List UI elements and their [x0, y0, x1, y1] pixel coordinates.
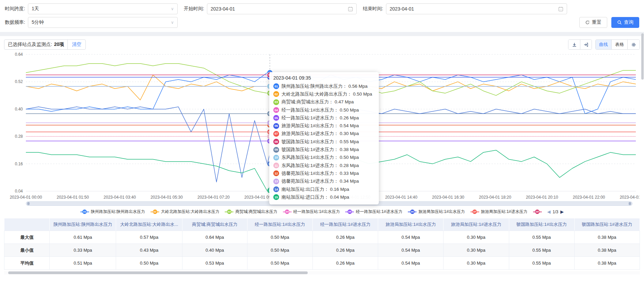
y-axis-tick: 0.64: [15, 52, 23, 57]
table-column-header: 商贸城:商贸城出水压力: [182, 218, 247, 231]
legend-item-02[interactable]: 02大岭北路加压站:大岭路出水压力: [150, 209, 219, 215]
table-cell: 0.55 Mpa: [509, 231, 574, 244]
y-axis-tick: 0.16: [15, 162, 23, 166]
start-time-input[interactable]: 2023-04-01: [207, 3, 357, 14]
export-button[interactable]: [580, 40, 592, 49]
tooltip-item-text: 东风路加压站:1#出水压力： 0.50 Mpa: [281, 154, 359, 161]
tooltip-item-08: 08虢国路加压站:1#出水压力： 0.55 Mpa: [273, 138, 374, 146]
stats-table: 陕州路加压站:陕州路出水压力大岭北路加压站:大岭路出水...商贸城:商贸城出水压…: [4, 218, 640, 270]
end-time-input[interactable]: 2023-04-01: [386, 3, 567, 14]
series-badge-icon: 14: [273, 186, 279, 192]
tooltip-time: 2023-04-01 09:35: [273, 75, 374, 81]
legend-item-08[interactable]: 08: [533, 210, 542, 214]
chart-tooltip: 2023-04-01 09:35 01陕州路加压站:陕州路出水压力： 0.56 …: [269, 72, 379, 204]
table-cell: 0.55 Mpa: [509, 244, 574, 257]
horizontal-scrollbar-thumb[interactable]: [8, 271, 308, 274]
legend-item-04[interactable]: 04经一路加压站:1#出水压力: [283, 209, 340, 215]
tooltip-item-13: 13德馨苑加压站:1#进水压力： 0.34 Mpa: [273, 178, 374, 185]
selected-label: 已选择站点及监测点:: [8, 41, 52, 47]
table-column-header: 虢国路加压站:1#进水压力: [574, 218, 640, 231]
x-axis-tick: 2023-04-01 23:55: [620, 195, 639, 200]
x-axis-tick: 2023-04-01 18:20: [479, 195, 511, 200]
legend-marker-icon: 08: [533, 210, 542, 214]
clear-selection-link[interactable]: 清空: [67, 40, 85, 49]
horizontal-scrollbar: [4, 271, 640, 274]
query-button[interactable]: 查询: [611, 17, 639, 28]
view-toggle-table[interactable]: 表格: [611, 40, 627, 49]
datazoom-handle-right[interactable]: [629, 202, 631, 205]
legend-label: 大岭北路加压站:大岭路出水压力: [161, 209, 219, 215]
tooltip-item-text: 南站加压站:进口压力： 0.04 Mpa: [281, 194, 349, 200]
chevron-down-icon: ∨: [171, 20, 174, 25]
x-axis-tick: 2023-04-01 01:50: [57, 195, 89, 200]
table-cell: 0.43 Mpa: [116, 244, 182, 257]
data-freq-select[interactable]: 5分钟 ∨: [28, 17, 178, 28]
table-cell: 0.51 Mpa: [50, 257, 116, 270]
table-cell: 0.38 Mpa: [574, 244, 640, 257]
tooltip-item-text: 虢国路加压站:1#出水压力： 0.55 Mpa: [281, 139, 359, 145]
start-time-value: 2023-04-01: [211, 6, 235, 12]
start-time-label: 开始时间:: [184, 6, 204, 12]
tooltip-item-15: 15南站加压站:进口压力： 0.04 Mpa: [273, 193, 374, 201]
legend-item-03[interactable]: 03商贸城:商贸城出水压力: [225, 209, 277, 215]
export-icon: [583, 42, 589, 47]
tooltip-item-01: 01陕州路加压站:陕州路出水压力： 0.56 Mpa: [273, 82, 374, 90]
tooltip-item-11: 11东风路加压站:1#进水压力： 0.28 Mpa: [273, 162, 374, 169]
table-column-header: 旅游局加压站:1#进水压力: [444, 218, 509, 231]
series-badge-icon: 13: [273, 179, 279, 184]
table-column-header: 旅游局加压站:1#出水压力: [378, 218, 444, 231]
stats-table-wrap: 陕州路加压站:陕州路出水压力大岭北路加压站:大岭路出水...商贸城:商贸城出水压…: [4, 218, 640, 270]
time-span-label: 时间跨度:: [5, 6, 25, 12]
settings-button[interactable]: [627, 40, 640, 49]
tooltip-item-text: 旅游局加压站:1#出水压力： 0.54 Mpa: [281, 123, 359, 129]
row-label: 最大值: [4, 231, 50, 244]
tooltip-item-text: 南站加压站:出口压力： 0.16 Mpa: [281, 186, 349, 193]
tooltip-item-03: 03商贸城:商贸城出水压力： 0.47 Mpa: [273, 98, 374, 106]
table-row: 最大值0.61 Mpa0.57 Mpa0.64 Mpa0.50 Mpa0.26 …: [4, 231, 640, 244]
table-column-header: 大岭北路加压站:大岭路出水...: [116, 218, 182, 231]
x-axis-tick: 2023-04-01 00:00: [10, 195, 42, 200]
calendar-icon: [558, 6, 563, 12]
table-column-header: 经一路加压站:1#进水压力: [312, 218, 378, 231]
legend-prev-icon[interactable]: ◀: [547, 209, 551, 214]
view-toggle-curve[interactable]: 曲线: [596, 40, 611, 49]
table-cell: 0.30 Mpa: [444, 244, 509, 257]
legend-label: 经一路加压站:1#出水压力: [293, 209, 340, 215]
chart-legend: 01陕州路加压站:陕州路出水压力02大岭北路加压站:大岭路出水压力03商贸城:商…: [4, 209, 640, 215]
table-cell: 0.50 Mpa: [247, 257, 312, 270]
datazoom-handle-left[interactable]: [27, 202, 30, 205]
series-badge-icon: 08: [273, 139, 279, 145]
table-cell: 0.33 Mpa: [50, 244, 116, 257]
legend-item-01[interactable]: 01陕州路加压站:陕州路出水压力: [80, 209, 145, 215]
reset-button[interactable]: 重置: [579, 17, 607, 28]
series-badge-icon: 10: [273, 155, 279, 161]
table-cell: 0.26 Mpa: [312, 231, 378, 244]
data-freq-value: 5分钟: [32, 19, 44, 26]
line-chart-area: 0.640.520.400.280.160.042023-04-01 00:00…: [4, 51, 640, 215]
data-freq-label: 数据频率:: [5, 19, 25, 26]
tooltip-item-text: 商贸城:商贸城出水压力： 0.47 Mpa: [281, 99, 354, 105]
download-icon: [572, 42, 577, 47]
legend-marker-icon: 03: [225, 210, 234, 214]
tooltip-item-text: 大岭北路加压站:大岭路出水压力： 0.50 Mpa: [281, 91, 372, 97]
legend-item-07[interactable]: 07旅游局加压站:1#进水压力: [470, 209, 528, 215]
x-axis-tick: 2023-04-01 03:40: [103, 195, 136, 200]
tooltip-item-14: 14南站加压站:出口压力： 0.16 Mpa: [273, 185, 374, 193]
table-cell: 0.54 Mpa: [378, 257, 444, 270]
legend-marker-icon: 06: [408, 210, 417, 214]
download-button[interactable]: [568, 40, 580, 49]
series-badge-icon: 11: [273, 163, 279, 168]
table-column-header: 陕州路加压站:陕州路出水压力: [50, 218, 116, 231]
legend-next-icon[interactable]: ▶: [560, 209, 564, 214]
legend-item-06[interactable]: 06旅游局加压站:1#出水压力: [408, 209, 465, 215]
end-time-label: 结束时间:: [363, 6, 383, 12]
selected-count: 20项: [54, 41, 64, 47]
vertical-scrollbar-thumb[interactable]: [641, 33, 644, 80]
reset-icon: [585, 20, 590, 25]
table-cell: 0.54 Mpa: [378, 244, 444, 257]
calendar-icon: [348, 6, 353, 12]
tooltip-item-04: 04经一路加压站:1#出水压力： 0.50 Mpa: [273, 106, 374, 114]
tooltip-item-text: 德馨苑加压站:1#出水压力： 0.33 Mpa: [281, 170, 359, 177]
legend-item-05[interactable]: 05经一路加压站:1#进水压力: [345, 209, 402, 215]
time-span-select[interactable]: 1天 ∨: [28, 3, 178, 14]
